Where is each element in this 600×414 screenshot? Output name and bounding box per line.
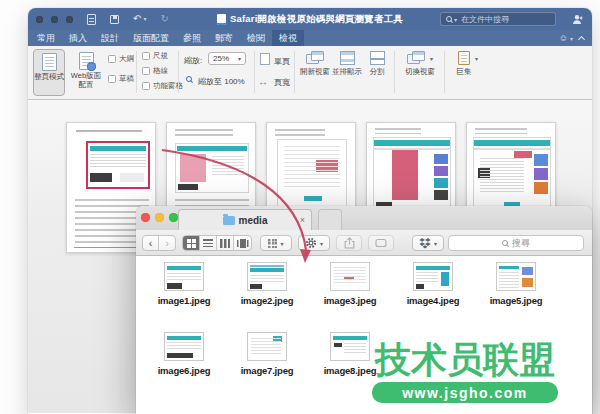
watermark-title: 技术员联盟 — [372, 342, 558, 378]
tab-layout[interactable]: 版面配置 — [126, 30, 176, 46]
action-button[interactable]: ▾ — [298, 235, 330, 251]
arrange-all-icon — [340, 51, 355, 65]
close-window-button[interactable] — [36, 16, 43, 23]
arrange-all-button[interactable]: 並排顯示 — [332, 49, 362, 76]
print-layout-view-button[interactable]: 整頁模式 — [33, 49, 65, 96]
minimize-window-button[interactable] — [51, 16, 58, 23]
file-image6[interactable]: image6.jpeg — [149, 332, 219, 376]
tag-icon — [375, 238, 387, 248]
document-search-field[interactable]: ▾ 在文件中搜尋 — [440, 12, 556, 26]
checkbox-icon — [142, 67, 150, 75]
navigation-pane-checkbox[interactable]: 功能窗格 — [142, 81, 183, 91]
search-placeholder: 搜尋 — [512, 237, 530, 250]
screen: ↶▾ ↻ Safari開啟檢視原始碼與網頁瀏覽者工具 ▾ 在文件中搜尋 常用 插… — [0, 0, 600, 414]
search-icon — [502, 240, 508, 246]
undo-icon[interactable]: ↶▾ — [133, 14, 146, 24]
redo-icon[interactable]: ↻ — [160, 14, 168, 24]
tab-title: media — [239, 215, 268, 226]
finder-tab-media[interactable]: media × — [178, 209, 312, 230]
save-icon[interactable] — [110, 15, 119, 24]
web-layout-view-button[interactable]: Web版面配置 — [68, 49, 104, 96]
macros-icon: ▾ — [458, 51, 470, 65]
column-view-button[interactable] — [217, 236, 234, 250]
file-thumbnail — [413, 262, 453, 291]
close-window-button[interactable] — [141, 213, 150, 222]
file-thumbnail — [330, 262, 370, 291]
checkbox-icon — [108, 55, 116, 63]
arrange-button[interactable]: ▾ — [260, 235, 292, 251]
tab-references[interactable]: 參照 — [176, 30, 208, 46]
tab-design[interactable]: 設計 — [94, 30, 126, 46]
switch-windows-button[interactable]: ▾ 切換視窗 — [399, 49, 441, 76]
folder-icon — [223, 216, 235, 225]
coverflow-view-button[interactable] — [234, 236, 251, 250]
draft-checkbox[interactable]: 草稿 — [108, 74, 134, 84]
one-page-button[interactable]: 單頁 — [274, 56, 290, 67]
ribbon-divider — [254, 51, 255, 93]
file-thumbnail — [247, 332, 287, 361]
share-button[interactable] — [336, 235, 362, 251]
new-tab-button[interactable] — [318, 209, 342, 230]
file-thumbnail — [164, 262, 204, 291]
file-image4[interactable]: image4.jpeg — [398, 262, 468, 306]
tab-view[interactable]: 檢視 — [272, 30, 304, 46]
switch-windows-icon: ▾ — [407, 51, 425, 65]
arrange-icon — [268, 239, 277, 248]
back-button[interactable]: ‹ — [143, 236, 159, 250]
one-page-icon — [260, 53, 270, 65]
gear-icon — [305, 237, 317, 249]
zoom-window-button[interactable] — [169, 213, 178, 222]
tab-home[interactable]: 常用 — [30, 30, 62, 46]
outline-checkbox[interactable]: 大綱 — [108, 54, 134, 64]
zoom-value-dropdown[interactable]: 25% ▾ — [208, 52, 246, 65]
collapse-ribbon-icon[interactable] — [578, 35, 585, 42]
file-image1[interactable]: image1.jpeg — [149, 262, 219, 306]
file-thumbnail — [496, 262, 536, 291]
dropbox-button[interactable]: ▾ — [412, 235, 444, 251]
share-person-icon[interactable] — [572, 14, 584, 25]
zoom-label: 縮放: — [184, 55, 202, 66]
icon-view-button[interactable] — [183, 236, 200, 250]
tags-button[interactable] — [368, 235, 394, 251]
print-layout-icon[interactable] — [87, 14, 96, 25]
split-icon — [370, 51, 385, 65]
file-image7[interactable]: image7.jpeg — [232, 332, 302, 376]
list-view-button[interactable] — [200, 236, 217, 250]
ribbon-divider — [394, 51, 395, 93]
zoom-100-icon — [186, 76, 192, 82]
file-name: image5.jpeg — [481, 295, 551, 306]
file-image5[interactable]: image5.jpeg — [481, 262, 551, 306]
feedback-smiley-icon[interactable]: ☺▾ — [559, 34, 573, 43]
tab-insert[interactable]: 插入 — [62, 30, 94, 46]
tab-review[interactable]: 檢閱 — [240, 30, 272, 46]
ruler-checkbox[interactable]: 尺規 — [142, 51, 168, 61]
forward-button[interactable]: › — [159, 236, 175, 250]
zoom-window-button[interactable] — [66, 16, 73, 23]
close-tab-icon[interactable]: × — [300, 215, 305, 225]
checkbox-icon — [142, 52, 150, 60]
print-layout-icon — [42, 53, 57, 71]
macros-button[interactable]: ▾ 巨集 — [449, 49, 479, 76]
search-placeholder: 在文件中搜尋 — [461, 14, 509, 25]
ribbon-tab-bar: 常用 插入 設計 版面配置 參照 郵寄 檢閱 檢視 ☺▾ — [28, 30, 592, 46]
new-window-button[interactable]: 開新視窗 — [300, 49, 330, 76]
split-button[interactable]: 分割 — [364, 49, 390, 76]
zoom-100-button[interactable]: 縮放至 100% — [198, 76, 245, 87]
file-thumbnail — [164, 332, 204, 361]
ribbon-divider — [444, 51, 445, 93]
highlighted-screenshot — [86, 141, 150, 189]
page-width-button[interactable]: 頁寬 — [274, 77, 290, 88]
word-titlebar: ↶▾ ↻ Safari開啟檢視原始碼與網頁瀏覽者工具 ▾ 在文件中搜尋 — [28, 8, 592, 30]
zoom-value: 25% — [213, 54, 229, 63]
minimize-window-button[interactable] — [155, 213, 164, 222]
dropbox-icon — [419, 238, 431, 249]
view-switcher — [182, 235, 252, 251]
file-image3[interactable]: image3.jpeg — [315, 262, 385, 306]
finder-search-field[interactable]: 搜尋 — [448, 235, 584, 251]
chevron-down-icon: ▾ — [454, 16, 457, 23]
gridlines-checkbox[interactable]: 格線 — [142, 66, 168, 76]
tab-mailings[interactable]: 郵寄 — [208, 30, 240, 46]
ribbon-divider — [136, 51, 137, 93]
file-image2[interactable]: image2.jpeg — [232, 262, 302, 306]
file-thumbnail — [330, 332, 370, 361]
